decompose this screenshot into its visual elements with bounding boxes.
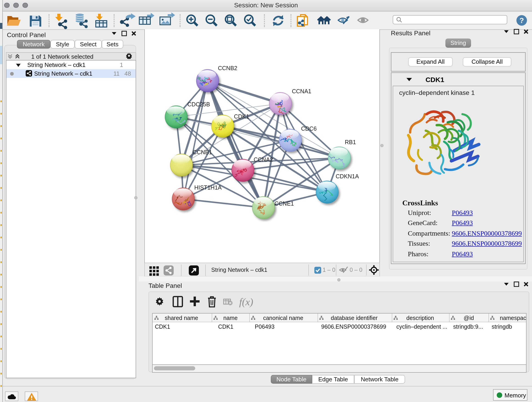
svg-text:HIST1H1A: HIST1H1A — [194, 184, 222, 191]
svg-text:CDKN1A: CDKN1A — [336, 173, 359, 179]
svg-text:CDC6: CDC6 — [301, 125, 317, 132]
svg-text:CCNA1: CCNA1 — [292, 88, 311, 95]
svg-text:CCNE1: CCNE1 — [274, 200, 294, 207]
svg-text:CCNA2: CCNA2 — [254, 156, 273, 163]
svg-text:CDC25B: CDC25B — [187, 101, 210, 108]
svg-text:CDK1: CDK1 — [234, 113, 249, 120]
svg-text:CCNB1: CCNB1 — [193, 149, 212, 155]
svg-text:CCNB2: CCNB2 — [218, 65, 237, 71]
svg-text:RB1: RB1 — [345, 139, 356, 145]
svg-text:f(x): f(x) — [239, 296, 253, 307]
